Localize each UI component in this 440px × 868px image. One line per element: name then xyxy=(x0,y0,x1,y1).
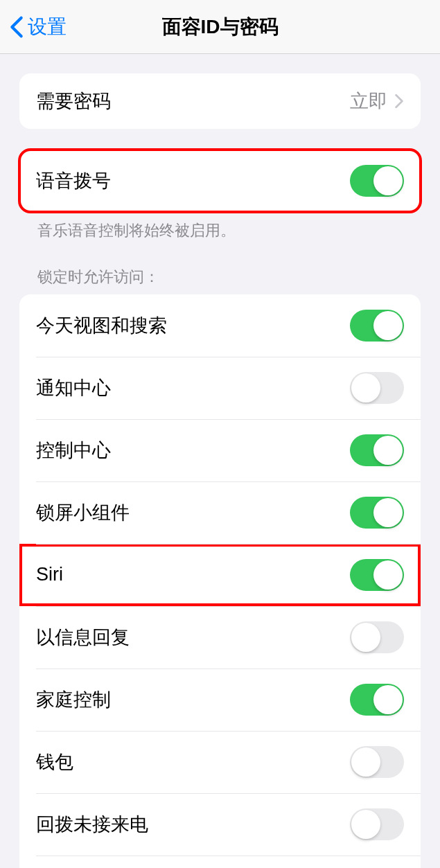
lock-access-row: 家庭控制 xyxy=(19,668,421,731)
voice-dial-label: 语音拨号 xyxy=(36,168,111,193)
lock-access-label: 控制中心 xyxy=(36,438,111,463)
voice-dial-footer: 音乐语音控制将始终被启用。 xyxy=(19,212,421,242)
lock-access-label: 钱包 xyxy=(36,750,73,774)
lock-access-row: 今天视图和搜索 xyxy=(19,294,421,357)
require-passcode-row[interactable]: 需要密码 立即 xyxy=(19,73,421,129)
lock-access-toggle[interactable] xyxy=(350,497,404,529)
back-button[interactable]: 设置 xyxy=(0,14,67,40)
voice-dial-toggle[interactable] xyxy=(350,165,404,197)
lock-access-toggle[interactable] xyxy=(350,746,404,778)
lock-access-row: USB配件 xyxy=(19,856,421,868)
lock-access-label: 以信息回复 xyxy=(36,625,130,650)
lock-access-toggle[interactable] xyxy=(350,808,404,840)
lock-access-toggle[interactable] xyxy=(350,684,404,716)
lock-access-label: 通知中心 xyxy=(36,375,111,400)
lock-access-row: 回拨未接来电 xyxy=(19,793,421,856)
lock-access-label: 今天视图和搜索 xyxy=(36,313,167,338)
voice-dial-row: 语音拨号 xyxy=(19,150,421,212)
nav-header: 设置 面容ID与密码 xyxy=(0,0,440,54)
lock-access-section: 今天视图和搜索通知中心控制中心锁屏小组件Siri以信息回复家庭控制钱包回拨未接来… xyxy=(19,294,421,868)
page-title: 面容ID与密码 xyxy=(162,14,279,40)
chevron-right-icon xyxy=(394,94,404,109)
chevron-left-icon xyxy=(10,15,24,39)
lock-access-label: 家庭控制 xyxy=(36,687,111,712)
lock-access-toggle[interactable] xyxy=(350,559,404,591)
lock-access-label: 回拨未接来电 xyxy=(36,812,148,837)
lock-access-label: 锁屏小组件 xyxy=(36,500,130,525)
lock-access-toggle[interactable] xyxy=(350,372,404,404)
lock-access-row: 控制中心 xyxy=(19,419,421,481)
lock-access-row: 锁屏小组件 xyxy=(19,481,421,544)
lock-access-toggle[interactable] xyxy=(350,434,404,466)
lock-access-header: 锁定时允许访问： xyxy=(19,242,421,294)
lock-access-label: Siri xyxy=(36,564,63,585)
require-passcode-label: 需要密码 xyxy=(36,89,111,114)
back-label: 设置 xyxy=(28,14,67,40)
lock-access-row: Siri xyxy=(19,544,421,606)
require-passcode-value: 立即 xyxy=(350,89,387,114)
lock-access-row: 以信息回复 xyxy=(19,606,421,668)
lock-access-row: 钱包 xyxy=(19,731,421,793)
lock-access-row: 通知中心 xyxy=(19,357,421,419)
voice-dial-section: 语音拨号 xyxy=(19,150,421,212)
lock-access-toggle[interactable] xyxy=(350,310,404,342)
lock-access-toggle[interactable] xyxy=(350,621,404,653)
passcode-section: 需要密码 立即 xyxy=(19,73,421,129)
